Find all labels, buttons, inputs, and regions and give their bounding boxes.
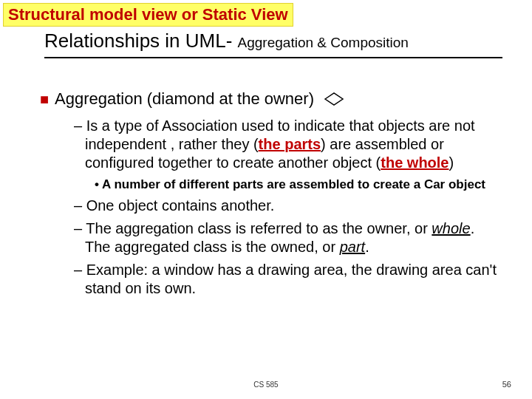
dot-bullet-icon: • bbox=[95, 177, 102, 191]
banner-title: Structural model view or Static View bbox=[3, 3, 293, 27]
slide-body: ■ Aggregation (diamond at the owner) – I… bbox=[44, 81, 502, 302]
slide-title-row: Relationships in UML- Aggregation & Comp… bbox=[44, 30, 502, 58]
definition-post: ) bbox=[449, 154, 454, 171]
dash-bullet-icon: – bbox=[74, 197, 86, 214]
example-car-text: A number of different parts are assemble… bbox=[102, 177, 485, 191]
subpoint-contains: – One object contains another. bbox=[74, 197, 502, 215]
subpoint-contains-text: One object contains another. bbox=[86, 197, 275, 214]
owner-post: . bbox=[365, 239, 369, 255]
part-term: part bbox=[340, 239, 365, 255]
example-car: • A number of different parts are assemb… bbox=[95, 177, 502, 192]
slide-title-main: Relationships in UML- bbox=[44, 30, 238, 52]
dash-bullet-icon: – bbox=[74, 117, 86, 134]
subpoint-owner-part: – The aggregation class is referred to a… bbox=[74, 219, 502, 256]
bullet-aggregation: ■ Aggregation (diamond at the owner) bbox=[44, 89, 502, 112]
slide-title-sub: Aggregation & Composition bbox=[238, 35, 409, 50]
svg-marker-0 bbox=[325, 93, 343, 105]
subpoint-window-example: – Example: a window has a drawing area, … bbox=[74, 261, 502, 298]
subpoint-definition: – Is a type of Association used to indic… bbox=[74, 117, 502, 172]
owner-pre: The aggregation class is referred to as … bbox=[86, 220, 432, 236]
uml-aggregation-diamond-icon bbox=[323, 91, 345, 112]
footer-course: CS 585 bbox=[0, 381, 532, 389]
bullet-aggregation-text: Aggregation (diamond at the owner) bbox=[55, 89, 314, 109]
dash-bullet-icon: – bbox=[74, 220, 86, 236]
subpoint-window-text: Example: a window has a drawing area, th… bbox=[85, 262, 497, 296]
footer-page-number: 56 bbox=[502, 380, 511, 389]
the-parts-link: the parts bbox=[259, 136, 321, 152]
square-bullet-icon: ■ bbox=[40, 90, 49, 109]
whole-term: whole bbox=[432, 220, 470, 236]
the-whole-link: the whole bbox=[381, 154, 449, 171]
dash-bullet-icon: – bbox=[74, 262, 86, 278]
